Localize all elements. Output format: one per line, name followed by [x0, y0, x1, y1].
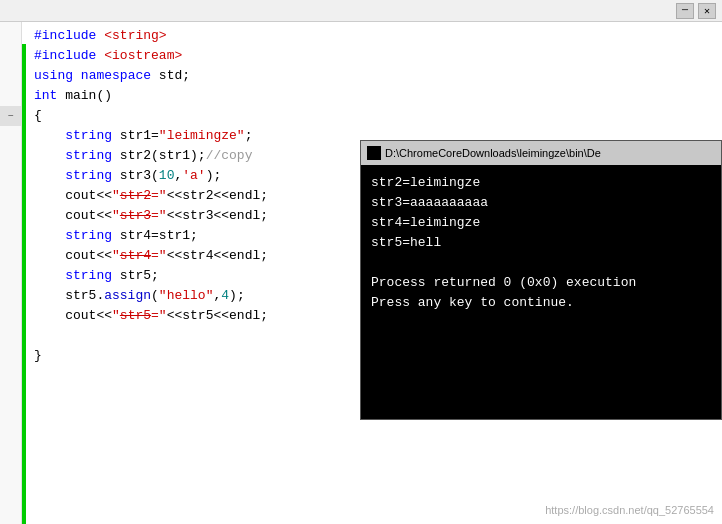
terminal-output-4: str5=hell [371, 233, 711, 253]
code-token: "str5=" [112, 306, 167, 326]
title-bar-controls: ─ ✕ [676, 3, 716, 19]
gutter-13 [0, 266, 21, 286]
terminal-text: Process returned 0 (0x0) execution [371, 273, 636, 293]
terminal-output-2: str3=aaaaaaaaaa [371, 193, 711, 213]
code-token: "hello" [159, 286, 214, 306]
gutter-collapse[interactable]: − [0, 106, 21, 126]
code-token [73, 66, 81, 86]
gutter-11 [0, 226, 21, 246]
code-token: namespace [81, 66, 151, 86]
code-token [34, 166, 65, 186]
terminal-text: str3=aaaaaaaaaa [371, 193, 488, 213]
code-token: str4=str1; [112, 226, 198, 246]
code-token-int: int [34, 86, 57, 106]
code-token: 10 [159, 166, 175, 186]
code-token: main() [57, 86, 112, 106]
code-token: "str4=" [112, 246, 167, 266]
code-token: ); [206, 166, 222, 186]
code-line-4: int main() [34, 86, 722, 106]
code-token: ( [151, 286, 159, 306]
code-token [34, 126, 65, 146]
code-token: string [65, 166, 112, 186]
terminal-output-3: str4=leimingze [371, 213, 711, 233]
terminal-title-bar: D:\ChromeCoreDownloads\leimingze\bin\De [361, 141, 721, 165]
code-token-assign: assign [104, 286, 151, 306]
code-token: string [65, 266, 112, 286]
code-token [34, 226, 65, 246]
editor-area: − #include <string> #include <iostream> … [0, 22, 722, 524]
gutter-17 [0, 346, 21, 366]
code-token: str5; [112, 266, 159, 286]
code-token: <string> [104, 26, 166, 46]
code-token: #include [34, 46, 96, 66]
code-token: ; [245, 126, 253, 146]
code-token: <<str4<<endl; [167, 246, 268, 266]
code-token: <<str5<<endl; [167, 306, 268, 326]
code-token: { [34, 106, 42, 126]
gutter-9 [0, 186, 21, 206]
code-token: str1= [112, 126, 159, 146]
gutter-7 [0, 146, 21, 166]
terminal-output-5 [371, 253, 711, 273]
code-token: 4 [221, 286, 229, 306]
code-token: cout<< [34, 186, 112, 206]
gutter-16 [0, 326, 21, 346]
code-line-5: { [34, 106, 722, 126]
code-token [34, 146, 65, 166]
code-token: , [213, 286, 221, 306]
watermark-text: https://blog.csdn.net/qq_52765554 [545, 504, 714, 516]
code-token [34, 266, 65, 286]
code-token [96, 46, 104, 66]
gutter-1 [0, 26, 21, 46]
code-token: str3( [112, 166, 159, 186]
code-token: std; [151, 66, 190, 86]
code-token: <<str2<<endl; [167, 186, 268, 206]
code-token: "str3=" [112, 206, 167, 226]
minimize-button[interactable]: ─ [676, 3, 694, 19]
code-line-2: #include <iostream> [34, 46, 722, 66]
gutter-10 [0, 206, 21, 226]
terminal-text: str5=hell [371, 233, 441, 253]
code-token: "str2=" [112, 186, 167, 206]
code-token: str5. [34, 286, 104, 306]
code-token [96, 26, 104, 46]
watermark: https://blog.csdn.net/qq_52765554 [545, 504, 714, 516]
code-token: , [174, 166, 182, 186]
code-token: using [34, 66, 73, 86]
terminal-body: str2=leimingze str3=aaaaaaaaaa str4=leim… [361, 165, 721, 419]
code-line-3: using namespace std; [34, 66, 722, 86]
terminal-window: D:\ChromeCoreDownloads\leimingze\bin\De … [360, 140, 722, 420]
code-token: <<str3<<endl; [167, 206, 268, 226]
gutter-6 [0, 126, 21, 146]
code-token: string [65, 146, 112, 166]
code-token: #include [34, 26, 96, 46]
terminal-icon [367, 146, 381, 160]
code-token: str2(str1); [112, 146, 206, 166]
gutter-4 [0, 86, 21, 106]
terminal-output-1: str2=leimingze [371, 173, 711, 193]
code-token: cout<< [34, 246, 112, 266]
gutter-14 [0, 286, 21, 306]
terminal-output-6: Process returned 0 (0x0) execution [371, 273, 711, 293]
gutter-2 [0, 46, 21, 66]
gutter-12 [0, 246, 21, 266]
code-token: //copy [206, 146, 253, 166]
code-token: string [65, 126, 112, 146]
gutter-15 [0, 306, 21, 326]
code-token: "leimingze" [159, 126, 245, 146]
terminal-title: D:\ChromeCoreDownloads\leimingze\bin\De [385, 147, 601, 159]
title-bar: ─ ✕ [0, 0, 722, 22]
gutter-8 [0, 166, 21, 186]
code-token: string [65, 226, 112, 246]
terminal-text: str2=leimingze [371, 173, 480, 193]
terminal-text: Press any key to continue. [371, 293, 574, 313]
close-button[interactable]: ✕ [698, 3, 716, 19]
gutter-3 [0, 66, 21, 86]
code-token: 'a' [182, 166, 205, 186]
terminal-text: str4=leimingze [371, 213, 480, 233]
code-token: ); [229, 286, 245, 306]
code-token: cout<< [34, 306, 112, 326]
terminal-output-7: Press any key to continue. [371, 293, 711, 313]
code-token: cout<< [34, 206, 112, 226]
code-token: <iostream> [104, 46, 182, 66]
